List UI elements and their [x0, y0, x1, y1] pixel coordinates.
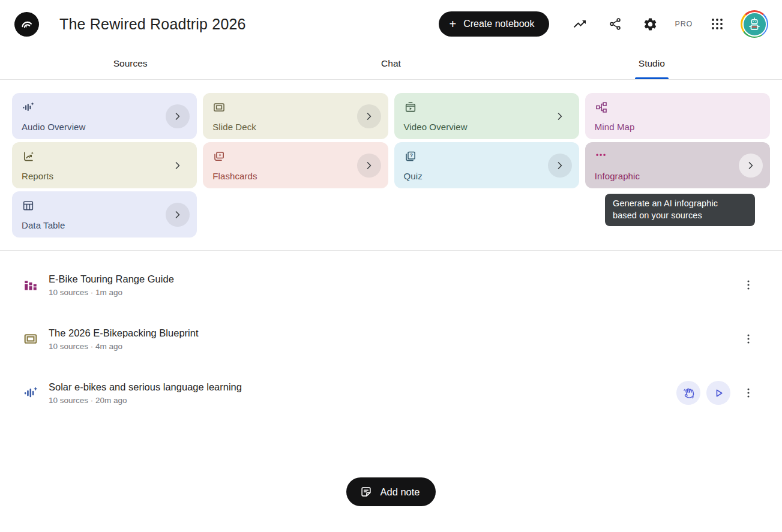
- artifact-actions: [736, 328, 759, 350]
- more-options-button[interactable]: [738, 328, 759, 350]
- tab-chat-label: Chat: [381, 58, 401, 69]
- card-label: Reports: [22, 171, 187, 181]
- top-bar-left: The Rewired Roadtrip 2026: [14, 12, 246, 37]
- active-tab-underline: [635, 77, 669, 79]
- card-video-overview[interactable]: Video Overview: [394, 93, 579, 139]
- apps-grid-icon: [710, 17, 724, 31]
- chevron-right-icon[interactable]: [357, 104, 381, 128]
- data-table-grid-icon: [22, 199, 35, 212]
- card-infographic[interactable]: Infographic: [585, 142, 770, 188]
- play-audio-button[interactable]: [706, 381, 730, 405]
- card-label: Data Table: [22, 220, 187, 230]
- kebab-menu-icon: [742, 332, 755, 345]
- tab-sources-label: Sources: [113, 58, 148, 69]
- analytics-button[interactable]: [568, 12, 592, 36]
- notebook-title[interactable]: The Rewired Roadtrip 2026: [59, 16, 246, 33]
- card-audio-overview[interactable]: Audio Overview: [12, 93, 197, 139]
- robot-avatar-icon: [742, 12, 767, 37]
- chevron-right-icon[interactable]: [548, 104, 572, 128]
- tab-sources[interactable]: Sources: [0, 48, 260, 79]
- artifact-actions: [736, 274, 759, 296]
- slide-frame-icon: [23, 331, 38, 347]
- play-icon: [712, 387, 725, 399]
- trending-up-icon: [573, 17, 587, 31]
- artifact-title: E-Bike Touring Range Guide: [49, 273, 736, 285]
- settings-button[interactable]: [639, 12, 663, 36]
- gear-icon: [643, 17, 658, 32]
- chevron-right-icon[interactable]: [166, 203, 190, 227]
- card-quiz[interactable]: ? Quiz: [394, 142, 579, 188]
- add-note-button[interactable]: Add note: [346, 477, 435, 506]
- tab-chat[interactable]: Chat: [260, 48, 521, 79]
- chevron-right-icon[interactable]: [166, 104, 190, 128]
- card-label: Infographic: [595, 171, 760, 181]
- card-label: Flashcards: [212, 171, 378, 181]
- more-options-button[interactable]: [738, 274, 759, 296]
- card-reports[interactable]: Reports: [12, 142, 197, 188]
- chevron-right-icon[interactable]: [166, 154, 190, 178]
- share-button[interactable]: [603, 12, 627, 36]
- kebab-menu-icon: [742, 386, 755, 399]
- audio-waveform-sparkle-icon: [22, 101, 35, 114]
- notebooklm-app: The Rewired Roadtrip 2026 + Create noteb…: [0, 0, 782, 532]
- card-label: Video Overview: [404, 122, 570, 132]
- tab-studio[interactable]: Studio: [522, 48, 782, 79]
- video-player-icon: [404, 101, 417, 114]
- chevron-right-icon[interactable]: [548, 154, 572, 178]
- svg-text:?: ?: [410, 153, 413, 158]
- more-options-button[interactable]: [738, 382, 759, 404]
- artifact-row-slide-deck[interactable]: The 2026 E-Bikepacking Blueprint 10 sour…: [23, 312, 759, 366]
- artifact-row-audio-overview[interactable]: Solar e-bikes and serious language learn…: [23, 366, 759, 420]
- card-label: Mind Map: [595, 122, 760, 132]
- artifact-text: The 2026 E-Bikepacking Blueprint 10 sour…: [49, 327, 736, 351]
- mind-map-nodes-icon: [595, 101, 608, 114]
- artifact-actions: [676, 381, 759, 405]
- apps-grid-button[interactable]: [705, 12, 729, 36]
- add-note-label: Add note: [380, 486, 420, 498]
- card-mind-map[interactable]: Mind Map: [585, 93, 770, 139]
- card-label: Quiz: [404, 171, 570, 181]
- card-flashcards[interactable]: Flashcards: [203, 142, 388, 188]
- tooltip-line-1: Generate an AI infographic: [613, 199, 718, 208]
- audio-waveform-sparkle-icon: [23, 385, 38, 401]
- infographic-bars-icon: [23, 277, 38, 293]
- infographic-tooltip: Generate an AI infographic based on your…: [605, 194, 755, 226]
- create-notebook-label: Create notebook: [463, 19, 534, 29]
- artifact-title: Solar e-bikes and serious language learn…: [49, 381, 676, 393]
- flashcards-star-icon: [212, 150, 226, 163]
- tab-studio-label: Studio: [639, 58, 665, 69]
- card-label: Audio Overview: [22, 122, 187, 132]
- create-notebook-button[interactable]: + Create notebook: [439, 11, 549, 37]
- card-label: Slide Deck: [212, 122, 378, 132]
- artifact-meta: 10 sources · 20m ago: [49, 396, 676, 405]
- chevron-right-icon[interactable]: [739, 154, 763, 178]
- card-data-table[interactable]: Data Table: [12, 191, 197, 238]
- artifact-meta: 10 sources · 1m ago: [49, 288, 736, 297]
- artifact-text: E-Bike Touring Range Guide 10 sources · …: [49, 273, 736, 297]
- footer-bar: Add note: [0, 477, 782, 506]
- account-avatar[interactable]: [741, 10, 768, 38]
- artifact-title: The 2026 E-Bikepacking Blueprint: [49, 327, 736, 339]
- artifact-meta: 10 sources · 4m ago: [49, 342, 736, 351]
- note-icon: [359, 485, 373, 498]
- plus-icon: +: [450, 18, 457, 30]
- ellipsis-loading-icon: [595, 150, 608, 163]
- kebab-menu-icon: [742, 278, 755, 291]
- slide-frame-icon: [212, 101, 226, 114]
- artifact-text: Solar e-bikes and serious language learn…: [49, 381, 676, 405]
- waving-hand-icon: [682, 387, 695, 399]
- artifact-row-infographic[interactable]: E-Bike Touring Range Guide 10 sources · …: [23, 258, 759, 312]
- tooltip-line-2: based on your sources: [613, 211, 702, 220]
- pro-badge: PRO: [675, 20, 693, 28]
- quiz-cards-icon: ?: [404, 150, 417, 163]
- card-slide-deck[interactable]: Slide Deck: [203, 93, 388, 139]
- notebooklm-logo-icon[interactable]: [14, 12, 39, 37]
- interactive-mode-button[interactable]: [676, 381, 700, 405]
- top-bar: The Rewired Roadtrip 2026 + Create noteb…: [0, 0, 782, 48]
- share-icon: [608, 17, 622, 31]
- chevron-right-icon[interactable]: [357, 154, 381, 178]
- artifact-list: E-Bike Touring Range Guide 10 sources · …: [0, 251, 782, 420]
- tab-bar: Sources Chat Studio: [0, 48, 782, 80]
- report-chart-sparkle-icon: [22, 150, 35, 163]
- top-bar-right: + Create notebook PRO: [439, 10, 769, 38]
